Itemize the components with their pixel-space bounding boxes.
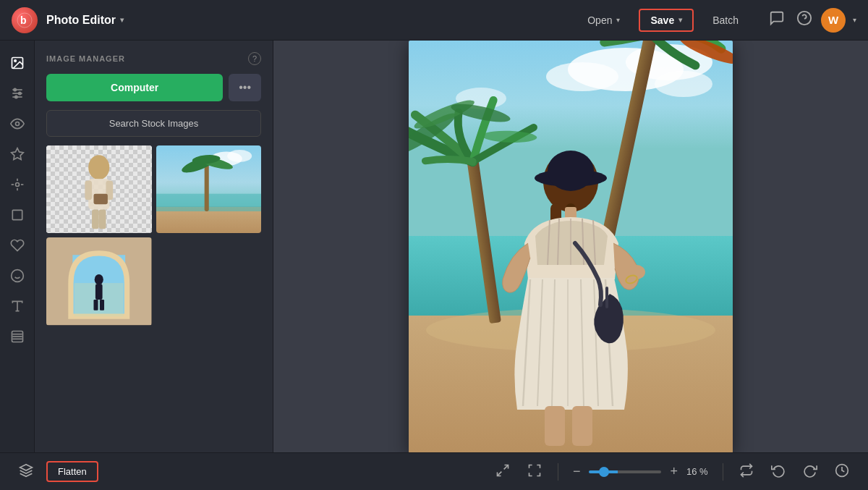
main-canvas xyxy=(409,41,733,452)
svg-point-10 xyxy=(18,92,20,94)
svg-line-98 xyxy=(497,471,501,476)
svg-rect-93 xyxy=(545,406,565,446)
svg-point-29 xyxy=(88,155,109,179)
svg-rect-34 xyxy=(99,210,106,229)
zoom-out-button[interactable]: − xyxy=(570,464,584,479)
svg-point-14 xyxy=(15,183,19,187)
sticker-icon-btn[interactable] xyxy=(4,262,31,290)
transform-icon-btn[interactable] xyxy=(4,171,31,198)
logo-icon[interactable]: b xyxy=(12,7,38,33)
flatten-button[interactable]: Flatten xyxy=(46,461,98,482)
zoom-controls: − + 16 % xyxy=(570,464,711,479)
svg-marker-96 xyxy=(20,464,33,470)
more-options-button[interactable]: ••• xyxy=(229,74,261,101)
user-chevron: ▾ xyxy=(853,16,856,24)
svg-point-11 xyxy=(14,96,17,98)
zoom-percent-label: 16 % xyxy=(686,466,711,477)
save-button[interactable]: Save ▾ xyxy=(639,9,694,32)
app-title-chevron: ▾ xyxy=(120,16,124,24)
app-title-label: Photo Editor xyxy=(46,14,116,27)
undo-button[interactable] xyxy=(767,460,790,483)
svg-rect-41 xyxy=(204,163,208,211)
open-button[interactable]: Open ▾ xyxy=(577,10,630,30)
svg-rect-92 xyxy=(605,287,608,308)
fullscreen-icon-button[interactable] xyxy=(523,460,546,483)
svg-rect-35 xyxy=(93,194,107,205)
computer-button[interactable]: Computer xyxy=(46,74,223,101)
svg-rect-33 xyxy=(92,210,99,229)
header-icons: W ▾ xyxy=(766,7,856,33)
layers-icon-button[interactable] xyxy=(14,460,38,483)
svg-rect-51 xyxy=(100,300,104,311)
svg-rect-31 xyxy=(85,181,92,200)
thumbnail-item[interactable] xyxy=(156,145,262,233)
crop-icon-btn[interactable] xyxy=(4,201,31,229)
side-panel: IMAGE MANAGER ? Computer ••• Search Stoc… xyxy=(35,41,273,452)
text-icon-btn[interactable] xyxy=(4,292,31,320)
svg-marker-13 xyxy=(11,148,23,160)
svg-rect-19 xyxy=(12,210,22,219)
svg-point-39 xyxy=(227,150,252,162)
adjustments-icon-btn[interactable] xyxy=(4,80,31,107)
svg-rect-50 xyxy=(93,300,98,311)
svg-text:b: b xyxy=(20,14,27,26)
panel-help-icon[interactable]: ? xyxy=(248,52,261,65)
heart-icon-btn[interactable] xyxy=(4,232,31,259)
effects-icon-btn[interactable] xyxy=(4,140,31,168)
icon-bar xyxy=(0,41,35,452)
svg-point-9 xyxy=(14,88,16,90)
chat-icon-button[interactable] xyxy=(766,7,788,33)
svg-point-20 xyxy=(11,270,23,282)
eye-icon-btn[interactable] xyxy=(4,110,31,138)
header: b Photo Editor ▾ Open ▾ Save ▾ Batch W xyxy=(0,0,868,41)
thumbnails-grid xyxy=(46,145,261,326)
user-avatar[interactable]: W xyxy=(821,8,846,33)
toolbar-divider-2 xyxy=(723,463,723,481)
history-button[interactable] xyxy=(830,460,854,483)
svg-point-77 xyxy=(548,151,594,191)
redo-button[interactable] xyxy=(799,460,822,483)
fit-icon-button[interactable] xyxy=(491,460,514,483)
zoom-slider[interactable] xyxy=(589,470,661,473)
zoom-in-button[interactable]: + xyxy=(667,464,681,479)
panel-title: IMAGE MANAGER xyxy=(46,54,125,63)
app-title-button[interactable]: Photo Editor ▾ xyxy=(46,14,124,27)
svg-line-97 xyxy=(504,465,509,469)
help-icon-button[interactable] xyxy=(793,7,815,33)
canvas-area[interactable] xyxy=(273,41,868,452)
svg-point-48 xyxy=(95,274,103,285)
thumbnail-item[interactable] xyxy=(46,237,152,325)
panel-header: IMAGE MANAGER ? xyxy=(46,52,261,65)
svg-rect-49 xyxy=(95,284,103,300)
svg-point-5 xyxy=(14,60,15,62)
batch-button[interactable]: Batch xyxy=(702,10,749,30)
panel-actions: Computer ••• xyxy=(46,74,261,101)
svg-point-55 xyxy=(546,62,618,91)
images-icon-btn[interactable] xyxy=(4,49,31,77)
toolbar-divider xyxy=(558,463,558,481)
rotate-icon-button[interactable] xyxy=(735,460,758,483)
main-area: IMAGE MANAGER ? Computer ••• Search Stoc… xyxy=(0,41,868,452)
thumbnail-item[interactable] xyxy=(46,145,152,233)
svg-point-12 xyxy=(15,122,19,126)
stock-images-button[interactable]: Search Stock Images xyxy=(46,110,261,137)
svg-rect-94 xyxy=(572,406,592,446)
bottom-toolbar: Flatten − + 16 % xyxy=(0,452,868,490)
texture-icon-btn[interactable] xyxy=(4,323,31,350)
svg-point-56 xyxy=(655,71,712,97)
